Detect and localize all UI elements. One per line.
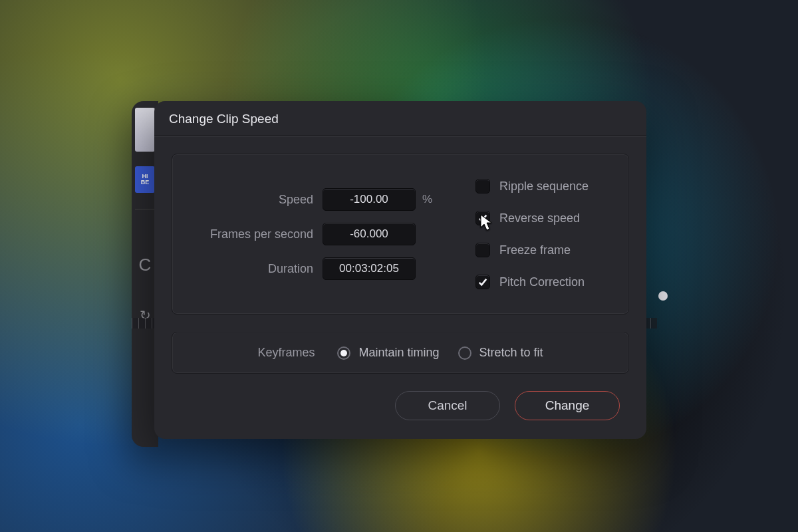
pitch-correction-checkbox[interactable] <box>475 275 490 289</box>
background-thumbnail-2: HIBE <box>135 166 155 193</box>
stretch-to-fit-label: Stretch to fit <box>479 346 543 360</box>
checkbox-group: Ripple sequence Reverse speed Freeze fra… <box>449 170 611 298</box>
duration-label: Duration <box>190 262 323 276</box>
change-clip-speed-dialog: Change Clip Speed Speed -100.00 % Frames… <box>154 101 646 439</box>
speed-input[interactable]: -100.00 <box>323 188 416 211</box>
keyframes-label: Keyframes <box>257 346 315 360</box>
freeze-frame-label: Freeze frame <box>499 243 571 257</box>
speed-unit: % <box>416 193 436 206</box>
speed-settings-panel: Speed -100.00 % Frames per second -60.00… <box>172 154 629 315</box>
background-playhead-dot <box>658 291 668 301</box>
maintain-timing-radio[interactable] <box>337 346 350 360</box>
background-glyph-c: C <box>139 255 152 275</box>
change-button[interactable]: Change <box>515 391 620 420</box>
duration-input[interactable]: 00:03:02:05 <box>323 257 416 280</box>
dialog-title: Change Clip Speed <box>154 101 646 136</box>
freeze-frame-checkbox[interactable] <box>475 243 490 257</box>
pitch-correction-label: Pitch Correction <box>499 275 585 289</box>
background-thumbnail-1 <box>135 108 155 152</box>
dialog-button-row: Cancel Change <box>154 374 646 420</box>
reverse-speed-label: Reverse speed <box>499 211 580 225</box>
maintain-timing-label: Maintain timing <box>358 346 439 360</box>
stretch-to-fit-radio[interactable] <box>458 346 471 360</box>
fps-label: Frames per second <box>190 227 323 241</box>
speed-label: Speed <box>190 193 323 207</box>
ripple-sequence-checkbox[interactable] <box>475 179 490 194</box>
ripple-sequence-label: Ripple sequence <box>499 180 589 194</box>
background-separator <box>135 209 155 209</box>
fps-input[interactable]: -60.000 <box>323 223 416 245</box>
reverse-speed-checkbox[interactable] <box>475 211 490 225</box>
cancel-button[interactable]: Cancel <box>395 391 500 420</box>
keyframes-panel: Keyframes Maintain timing Stretch to fit <box>172 332 629 374</box>
